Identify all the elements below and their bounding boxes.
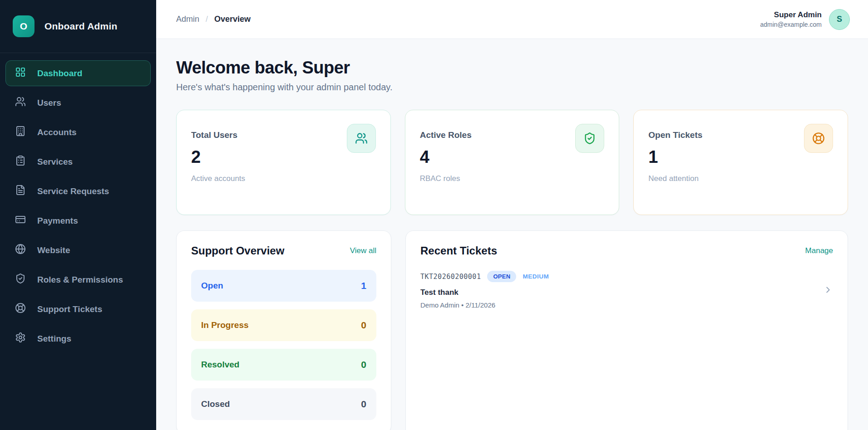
stat-label: Active Roles [420,130,472,140]
stat-text: Active Roles 4 RBAC roles [420,124,472,201]
stat-text: Total Users 2 Active accounts [191,124,245,201]
sidebar-item-roles-permissions[interactable]: Roles & Permissions [5,267,151,293]
status-label: Closed [201,399,230,409]
sidebar-item-services[interactable]: Services [5,149,151,175]
stat-text: Open Tickets 1 Need attention [648,124,702,201]
status-label: In Progress [201,320,249,330]
credit-card-icon [15,214,26,227]
shield-check-icon [575,124,604,153]
page-subtitle: Here's what's happening with your admin … [176,82,848,93]
avatar-letter: S [837,15,842,24]
sidebar-item-label: Accounts [37,127,77,137]
stat-label: Open Tickets [648,130,702,140]
layout-grid-icon [15,67,26,80]
user-text: Super Admin admin@example.com [760,10,822,28]
topbar: Admin / Overview Super Admin admin@examp… [156,0,868,39]
stats-grid: Total Users 2 Active accounts Active Rol… [176,110,848,215]
life-buoy-icon [804,124,833,153]
status-row-in-progress: In Progress 0 [191,309,376,341]
clipboard-list-icon [15,155,26,168]
ticket-subject: Test thank [420,288,549,297]
avatar[interactable]: S [829,9,850,30]
sidebar-item-users[interactable]: Users [5,90,151,116]
sidebar-item-label: Service Requests [37,186,109,196]
status-label: Open [201,281,223,291]
sidebar-item-label: Payments [37,216,78,226]
ticket-info: TKT20260200001 OPEN MEDIUM Test thank De… [420,271,549,309]
sidebar: O Onboard Admin Dashboard Users Accounts… [0,0,156,430]
gear-icon [15,332,26,345]
stat-card-open-tickets: Open Tickets 1 Need attention [633,110,848,215]
user-name: Super Admin [760,10,822,20]
status-label: Resolved [201,360,239,370]
sidebar-item-support-tickets[interactable]: Support Tickets [5,296,151,322]
status-rows: Open 1 In Progress 0 Resolved 0 Closed 0 [191,270,376,420]
breadcrumb: Admin / Overview [176,15,251,24]
support-overview-panel: Support Overview View all Open 1 In Prog… [176,230,391,430]
stat-sub: RBAC roles [420,174,472,183]
sidebar-item-dashboard[interactable]: Dashboard [5,60,151,86]
sidebar-item-label: Services [37,157,73,167]
brand: O Onboard Admin [0,0,156,53]
sidebar-nav: Dashboard Users Accounts Services Servic… [0,53,156,359]
brand-logo: O [13,15,35,37]
view-all-link[interactable]: View all [350,246,376,255]
sidebar-item-label: Roles & Permissions [37,275,123,285]
sidebar-item-payments[interactable]: Payments [5,208,151,234]
brand-title: Onboard Admin [44,21,117,32]
ticket-meta: Demo Admin • 2/11/2026 [420,301,549,309]
user-menu[interactable]: Super Admin admin@example.com S [760,9,850,30]
main-column: Admin / Overview Super Admin admin@examp… [156,0,868,430]
stat-sub: Active accounts [191,174,245,183]
globe-icon [15,244,26,257]
status-count: 0 [361,320,366,331]
stat-value: 4 [420,147,472,167]
status-row-open: Open 1 [191,270,376,302]
brand-logo-letter: O [20,21,27,32]
sidebar-item-accounts[interactable]: Accounts [5,119,151,145]
ticket-id: TKT20260200001 [420,273,481,281]
sidebar-item-settings[interactable]: Settings [5,326,151,352]
shield-check-icon [15,273,26,286]
support-overview-header: Support Overview View all [191,244,376,257]
support-overview-title: Support Overview [191,244,284,257]
status-count: 0 [361,359,366,370]
users-icon [347,124,376,153]
sidebar-item-label: Users [37,98,61,108]
sidebar-item-label: Settings [37,334,71,344]
priority-badge: MEDIUM [523,273,549,280]
ticket-row[interactable]: TKT20260200001 OPEN MEDIUM Test thank De… [420,271,833,309]
status-count: 1 [361,280,366,291]
page-title: Welcome back, Super [176,58,848,78]
stat-value: 2 [191,147,245,167]
sidebar-item-service-requests[interactable]: Service Requests [5,178,151,204]
recent-tickets-header: Recent Tickets Manage [420,244,833,257]
sidebar-item-label: Dashboard [37,68,82,78]
sidebar-item-website[interactable]: Website [5,237,151,263]
user-email: admin@example.com [760,21,822,28]
sidebar-item-label: Support Tickets [37,304,102,314]
lower-grid: Support Overview View all Open 1 In Prog… [176,230,848,430]
stat-sub: Need attention [648,174,702,183]
stat-card-active-roles: Active Roles 4 RBAC roles [405,110,620,215]
main-content: Welcome back, Super Here's what's happen… [156,39,868,430]
users-icon [15,96,26,109]
breadcrumb-admin-link[interactable]: Admin [176,15,199,24]
recent-tickets-panel: Recent Tickets Manage TKT20260200001 OPE… [405,230,848,430]
status-row-resolved: Resolved 0 [191,349,376,381]
stat-label: Total Users [191,130,245,140]
status-count: 0 [361,399,366,410]
breadcrumb-separator: / [206,15,208,24]
stat-card-total-users: Total Users 2 Active accounts [176,110,391,215]
breadcrumb-current-page: Overview [214,15,251,24]
sidebar-item-label: Website [37,245,70,255]
manage-link[interactable]: Manage [805,246,833,255]
building-icon [15,126,26,139]
life-buoy-icon [15,303,26,316]
chevron-right-icon [823,285,833,295]
ticket-top: TKT20260200001 OPEN MEDIUM [420,271,549,282]
recent-tickets-title: Recent Tickets [420,244,497,257]
status-row-closed: Closed 0 [191,388,376,420]
stat-value: 1 [648,147,702,167]
status-badge: OPEN [487,271,516,282]
